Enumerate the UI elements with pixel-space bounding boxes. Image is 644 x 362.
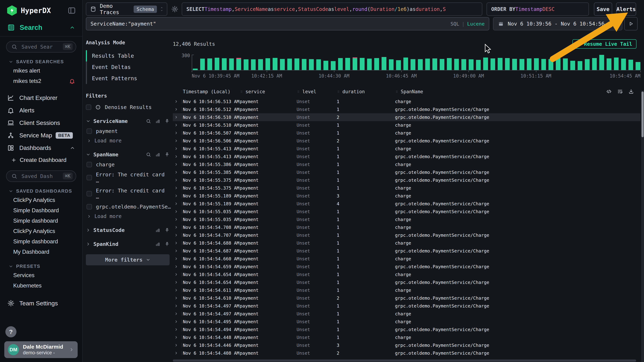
histogram-bar[interactable]	[425, 59, 430, 70]
row-expander[interactable]	[173, 239, 183, 247]
histogram-bar[interactable]	[266, 58, 270, 70]
row-expander[interactable]	[173, 137, 183, 145]
histogram-bar[interactable]	[534, 58, 539, 70]
row-expander[interactable]	[173, 153, 183, 161]
filter-group-header[interactable]: SpanKind	[86, 241, 170, 247]
sidebar-item-chart-explorer[interactable]: Chart Explorer	[0, 92, 82, 104]
table-row[interactable]: Nov 6 10:54:54.659 AMpaymentUnset1grpc.o…	[173, 263, 640, 271]
preset-item[interactable]: Services	[0, 270, 82, 281]
histogram-bar[interactable]	[360, 58, 364, 70]
table-row[interactable]: Nov 6 10:54:54.610 AMpaymentUnset2grpc.o…	[173, 294, 640, 302]
sidebar-item-service-map[interactable]: Service MapBETA	[0, 129, 82, 142]
horizontal-scrollbar[interactable]	[173, 360, 636, 362]
table-row[interactable]: Nov 6 10:54:54.408 AMpaymentUnset2grpc.o…	[173, 349, 640, 357]
histogram-bar[interactable]	[331, 61, 336, 70]
histogram-bar[interactable]	[440, 59, 444, 70]
histogram-bar[interactable]	[316, 59, 321, 70]
analysis-mode-tab[interactable]: Event Deltas	[86, 61, 170, 73]
table-row[interactable]: Nov 6 10:54:56.507 AMpaymentUnset1charge	[173, 129, 640, 137]
histogram-bar[interactable]	[309, 59, 314, 70]
table-row[interactable]: Nov 6 10:54:54.495 AMpaymentUnset1charge	[173, 318, 640, 326]
saved-dashboards-section[interactable]: SAVED DASHBOARDS	[8, 188, 82, 194]
saved-dashboard-item[interactable]: ClickPy Analytics	[0, 226, 82, 236]
download-icon[interactable]	[628, 89, 634, 94]
histogram-bar[interactable]	[556, 58, 561, 70]
histogram-bar[interactable]	[258, 59, 263, 70]
filter-group-header[interactable]: StatusCode	[86, 227, 170, 233]
save-button[interactable]: Save	[594, 2, 612, 16]
histogram-bar[interactable]	[447, 58, 452, 70]
row-expander[interactable]	[173, 326, 183, 333]
sidebar-item-alerts[interactable]: Alerts	[0, 104, 82, 117]
lang-sql[interactable]: SQL	[450, 21, 459, 27]
table-row[interactable]: Nov 6 10:54:55.375 AMpaymentUnset1charge	[173, 184, 640, 192]
view-source-icon[interactable]	[606, 89, 612, 94]
row-expander[interactable]	[173, 192, 183, 200]
histogram-bar[interactable]	[585, 59, 590, 70]
table-row[interactable]: Nov 6 10:54:54.497 AMpaymentUnset1charge	[173, 310, 640, 318]
row-expander[interactable]	[173, 318, 183, 326]
table-row[interactable]: Nov 6 10:54:55.189 AMpaymentUnset3charge	[173, 192, 640, 200]
saved-dashboard-item[interactable]: Simple dashboard	[0, 236, 82, 247]
table-row[interactable]: Nov 6 10:54:56.512 AMpaymentUnset1grpc.o…	[173, 105, 640, 113]
table-row[interactable]: Nov 6 10:54:55.035 AMpaymentUnset1grpc.o…	[173, 208, 640, 215]
histogram-bar[interactable]	[563, 58, 568, 70]
row-expander[interactable]	[173, 223, 183, 231]
filter-checkbox-item[interactable]: Error: The credit card …	[86, 187, 170, 200]
scrollbar-thumb[interactable]	[642, 91, 644, 137]
row-expander[interactable]	[173, 200, 183, 208]
filter-group-header[interactable]: SpanName	[86, 152, 170, 158]
histogram-bar[interactable]	[512, 59, 517, 70]
table-row[interactable]: Nov 6 10:54:54.660 AMpaymentUnset1charge	[173, 255, 640, 263]
table-row[interactable]: Nov 6 10:54:55.413 AMpaymentUnset1grpc.o…	[173, 153, 640, 161]
saved-dashboard-item[interactable]: Simple dashboard	[0, 216, 82, 226]
language-toggle[interactable]: SQL | Lucene	[450, 21, 484, 27]
table-row[interactable]: Nov 6 10:54:54.654 AMpaymentUnset1grpc.o…	[173, 278, 640, 286]
table-row[interactable]: Nov 6 10:54:54.687 AMpaymentUnset1grpc.o…	[173, 247, 640, 255]
histogram-bar[interactable]	[592, 58, 597, 70]
histogram-bar[interactable]	[236, 58, 241, 70]
create-dashboard-button[interactable]: Create Dashboard	[0, 154, 82, 166]
saved-dashboard-item[interactable]: My Dashboard	[0, 247, 82, 257]
lang-lucene[interactable]: Lucene	[467, 21, 484, 27]
alerts-button[interactable]: Alerts	[616, 2, 636, 16]
checkbox[interactable]	[86, 175, 92, 180]
denoise-checkbox[interactable]	[86, 105, 91, 110]
row-expander[interactable]	[173, 113, 183, 121]
row-expander[interactable]	[173, 176, 183, 184]
table-row[interactable]: Nov 6 10:54:54.497 AMpaymentUnset1grpc.o…	[173, 302, 640, 310]
histogram-bar[interactable]	[498, 58, 502, 70]
histogram-bar[interactable]	[222, 58, 227, 70]
filter-checkbox-item[interactable]: payment	[86, 128, 170, 134]
histogram-bar[interactable]	[628, 60, 633, 70]
table-row[interactable]: Nov 6 10:54:56.510 AMpaymentUnset2grpc.o…	[173, 113, 640, 121]
row-expander[interactable]	[173, 184, 183, 192]
table-row[interactable]: Nov 6 10:54:56.510 AMpaymentUnset1charge	[173, 121, 640, 129]
row-expander[interactable]	[173, 208, 183, 215]
help-button[interactable]: ?	[5, 326, 16, 337]
table-row[interactable]: Nov 6 10:54:55.375 AMpaymentUnset1grpc.o…	[173, 176, 640, 184]
histogram-bar[interactable]	[570, 61, 575, 70]
column-header[interactable]: level	[296, 89, 337, 94]
histogram-bar[interactable]	[432, 58, 437, 70]
saved-search-item[interactable]: mikes alert	[0, 66, 82, 76]
row-expander[interactable]	[173, 271, 183, 278]
row-expander[interactable]	[173, 255, 183, 263]
table-row[interactable]: Nov 6 10:54:54.448 AMpaymentUnset1charge	[173, 333, 640, 341]
histogram-bar[interactable]	[606, 58, 612, 70]
row-expander[interactable]	[173, 105, 183, 113]
row-expander[interactable]	[173, 349, 183, 357]
filter-group-header[interactable]: ServiceName	[86, 118, 170, 124]
histogram-bar[interactable]	[287, 59, 292, 70]
load-more-button[interactable]: Load more	[87, 213, 170, 219]
row-expander[interactable]	[173, 278, 183, 286]
row-expander[interactable]	[173, 333, 183, 341]
table-row[interactable]: Nov 6 10:54:54.446 AMpaymentUnset3grpc.o…	[173, 341, 640, 349]
histogram-bar[interactable]	[193, 69, 198, 70]
row-expander[interactable]	[173, 168, 183, 176]
histogram-bar[interactable]	[302, 59, 306, 70]
table-row[interactable]: Nov 6 10:54:55.385 AMpaymentUnset1grpc.o…	[173, 168, 640, 176]
histogram-bar[interactable]	[404, 57, 408, 70]
table-row[interactable]: Nov 6 10:54:54.707 AMpaymentUnset1grpc.o…	[173, 231, 640, 239]
row-expander[interactable]	[173, 341, 183, 349]
